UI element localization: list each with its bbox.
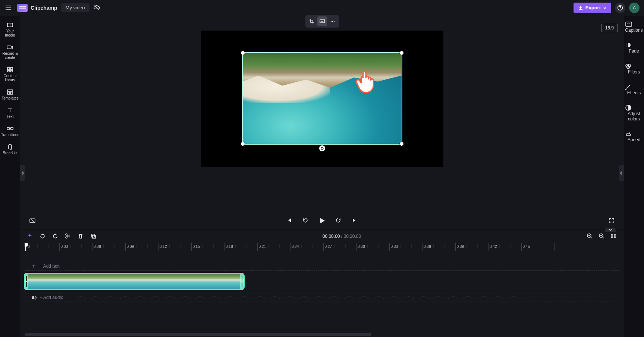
svg-rect-9 (10, 92, 13, 94)
preview-zone: 16:9 Fit (20, 16, 624, 212)
zoom-in-button[interactable] (599, 233, 605, 240)
rewind-button[interactable] (302, 217, 309, 224)
undo-button[interactable] (40, 233, 46, 240)
ruler-label: 0:18 (226, 245, 233, 249)
export-button[interactable]: Export (574, 3, 611, 13)
play-button[interactable] (319, 217, 326, 224)
nav-templates[interactable]: Templates (0, 86, 20, 104)
svg-point-18 (66, 237, 67, 238)
resize-handle-tr[interactable] (400, 51, 403, 55)
svg-rect-8 (7, 92, 10, 94)
export-button-label: Export (585, 5, 601, 10)
resize-handle-br[interactable] (400, 142, 403, 146)
timeline-horizontal-scrollbar[interactable] (25, 333, 371, 336)
crop-button[interactable] (307, 16, 317, 26)
project-name-button[interactable]: My video (61, 3, 89, 12)
ruler-label: 0:09 (127, 245, 134, 249)
fullscreen-button[interactable] (608, 217, 615, 224)
prop-adjust-colors[interactable]: Adjust colors (624, 102, 644, 125)
prop-label: Adjust colors (625, 111, 643, 122)
playback-bar (20, 212, 624, 229)
prop-speed[interactable]: Speed (624, 128, 644, 145)
nav-label: Record & create (1, 51, 19, 60)
expand-left-panel-button[interactable] (20, 165, 25, 181)
rotate-handle[interactable] (319, 145, 325, 151)
nav-brand-kit[interactable]: Brand kit (0, 141, 20, 159)
audio-waveform-placeholder (77, 295, 524, 301)
menu-button[interactable] (3, 3, 13, 13)
nav-label: Text (1, 114, 19, 119)
resize-handle-bl[interactable] (241, 142, 245, 146)
ruler-label: 0:42 (490, 245, 497, 249)
nav-label: Your media (1, 29, 19, 37)
timecode-sep: / (340, 234, 343, 239)
ruler-label: 0:06 (94, 245, 101, 249)
add-text-track[interactable]: + Add text (25, 262, 619, 271)
prop-effects[interactable]: Effects (624, 81, 644, 98)
prop-label: Effects (625, 90, 643, 95)
clip-trim-right[interactable] (240, 274, 244, 289)
topbar: Clipchamp My video Export A (0, 0, 644, 16)
delete-button[interactable] (78, 233, 84, 240)
brand-logo (17, 4, 28, 12)
nav-label: Templates (1, 96, 19, 100)
svg-point-14 (332, 21, 333, 22)
prop-filters[interactable]: Filters (624, 60, 644, 78)
resize-handle-tl[interactable] (241, 51, 245, 55)
skip-end-button[interactable] (352, 217, 358, 224)
help-button[interactable] (615, 3, 625, 13)
svg-rect-7 (7, 90, 13, 91)
svg-rect-19 (91, 234, 94, 237)
zoom-fit-button[interactable] (610, 233, 617, 240)
ruler-label: 0:45 (523, 245, 530, 249)
nav-record-create[interactable]: Record & create (0, 41, 20, 63)
ruler-label: 0:39 (457, 245, 464, 249)
prop-fade[interactable]: Fade (624, 40, 644, 57)
hide-preview-button[interactable] (29, 217, 36, 224)
add-text-label: + Add text (40, 264, 60, 269)
svg-rect-5 (7, 70, 10, 72)
brand-name: Clipchamp (31, 5, 57, 11)
ruler-label: 0:21 (259, 245, 266, 249)
timeline-tracks: + Add text + Add audio (20, 251, 624, 337)
more-options-button[interactable] (328, 16, 337, 26)
svg-point-13 (330, 21, 332, 22)
svg-rect-20 (92, 235, 95, 238)
playhead[interactable] (25, 243, 26, 251)
svg-rect-2 (7, 46, 11, 49)
redo-button[interactable] (52, 233, 59, 240)
prop-label: Speed (625, 137, 643, 142)
expand-right-panel-button[interactable] (619, 165, 624, 181)
collapse-timeline-button[interactable] (605, 228, 616, 232)
add-audio-track[interactable]: + Add audio (25, 293, 619, 302)
svg-text:CC: CC (627, 23, 631, 26)
account-avatar[interactable]: A (629, 3, 640, 13)
nav-transitions[interactable]: Transitions (0, 122, 20, 141)
timeline-toolbar: 00:00.00 / 00:20.00 (20, 230, 624, 243)
duplicate-button[interactable] (90, 233, 97, 240)
prop-captions[interactable]: CC Captions (624, 19, 644, 36)
preview-stage[interactable] (201, 31, 443, 167)
skip-start-button[interactable] (286, 217, 293, 224)
nav-your-media[interactable]: Your media (0, 19, 20, 41)
floating-clip-toolbar (305, 15, 339, 28)
nav-content-library[interactable]: Content library (0, 63, 20, 86)
nav-text[interactable]: Text (0, 104, 20, 122)
ruler-label: 0:03 (61, 245, 68, 249)
zoom-out-button[interactable] (587, 233, 593, 240)
svg-point-15 (333, 21, 334, 22)
clip-trim-left[interactable] (25, 274, 28, 289)
cloud-sync-off-icon[interactable] (93, 4, 100, 11)
selected-clip-frame[interactable] (243, 53, 402, 144)
ai-sparkle-button[interactable] (27, 233, 34, 240)
clip-preview-image (243, 53, 402, 144)
aspect-ratio-button[interactable]: 16:9 (601, 24, 618, 32)
timeline-ruler[interactable]: 00:030:060:090:120:150:180:210:240:270:3… (25, 243, 619, 251)
prop-label: Captions (625, 28, 643, 33)
video-clip[interactable] (25, 274, 244, 289)
forward-button[interactable] (335, 217, 342, 224)
split-button[interactable] (65, 233, 72, 240)
nav-label: Content library (1, 74, 19, 82)
fit-button[interactable] (317, 16, 327, 26)
nav-label: Brand kit (1, 151, 19, 155)
